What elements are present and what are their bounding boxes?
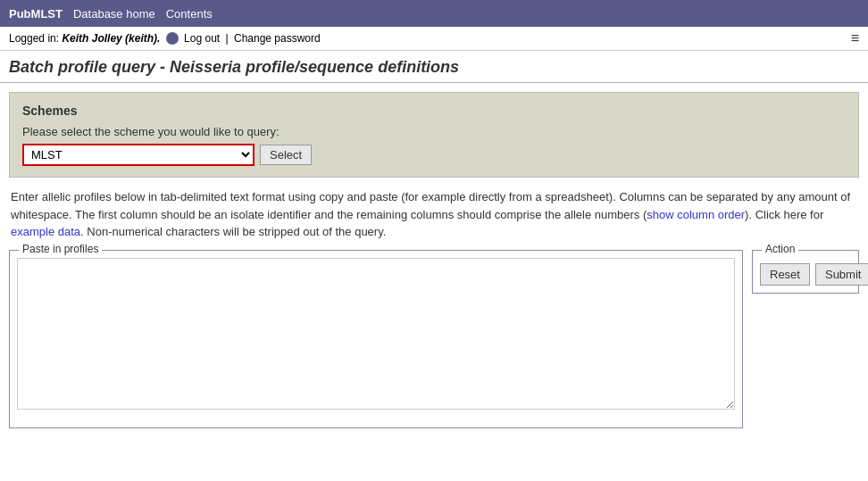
info-text: Enter allelic profiles below in tab-deli… <box>9 188 859 241</box>
nav-database-home[interactable]: Database home <box>73 7 155 21</box>
page-title-section: Batch profile query - Neisseria profile/… <box>0 51 868 83</box>
form-area: Paste in profiles Action Reset Submit <box>9 250 859 428</box>
show-column-order-link[interactable]: show column order <box>647 208 745 221</box>
login-bar: Logged in: Keith Jolley (keith). Log out… <box>0 27 868 51</box>
top-navigation: PubMLST Database home Contents <box>0 0 868 27</box>
action-section: Action Reset Submit <box>752 250 859 294</box>
login-info: Logged in: Keith Jolley (keith). Log out… <box>9 32 321 46</box>
select-button[interactable]: Select <box>260 145 312 165</box>
paste-textarea[interactable] <box>17 258 735 410</box>
username: Keith Jolley (keith). <box>62 32 160 45</box>
schemes-section: Schemes Please select the scheme you wou… <box>9 92 859 178</box>
scheme-select[interactable]: MLST <box>22 144 255 166</box>
logged-in-label: Logged in: <box>9 32 62 45</box>
scheme-row: MLST Select <box>22 144 846 166</box>
info-text-part2: ). Click here for <box>745 208 823 221</box>
schemes-title: Schemes <box>22 104 846 118</box>
brand-logo[interactable]: PubMLST <box>9 7 63 21</box>
main-content: Schemes Please select the scheme you wou… <box>0 83 868 437</box>
submit-button[interactable]: Submit <box>815 263 868 286</box>
paste-section: Paste in profiles <box>9 250 743 428</box>
page-title: Batch profile query - Neisseria profile/… <box>9 58 859 77</box>
menu-icon[interactable]: ≡ <box>851 30 859 46</box>
logout-link[interactable]: Log out <box>184 32 220 45</box>
user-icon <box>166 32 179 45</box>
schemes-label: Please select the scheme you would like … <box>22 125 846 138</box>
change-password-link[interactable]: Change password <box>234 32 321 45</box>
action-buttons: Reset Submit <box>760 263 851 286</box>
nav-contents[interactable]: Contents <box>166 7 213 21</box>
reset-button[interactable]: Reset <box>760 263 810 286</box>
paste-legend: Paste in profiles <box>19 243 102 255</box>
link-sep: | <box>226 32 229 45</box>
action-legend: Action <box>762 243 798 255</box>
info-text-part3: . Non-numerical characters will be strip… <box>80 225 386 238</box>
example-data-link[interactable]: example data <box>11 225 80 238</box>
